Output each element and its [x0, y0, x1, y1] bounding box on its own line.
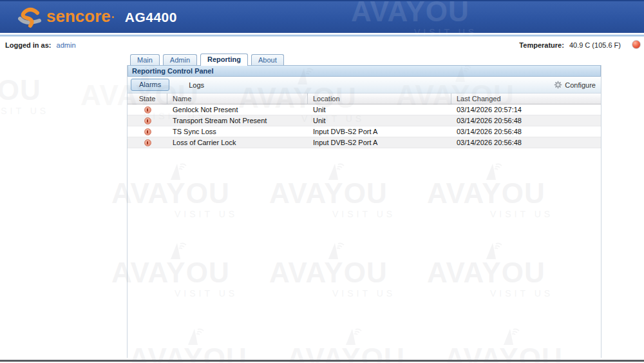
panel-title: Reporting Control Panel	[128, 65, 601, 77]
column-header-location[interactable]: Location	[308, 93, 451, 104]
watermark: AVAYOU VISIT US	[0, 59, 58, 116]
logged-in-username: admin	[57, 41, 76, 49]
watermark-subtext: VISIT US	[0, 106, 58, 116]
app-header: sencore AG4400	[0, 0, 644, 33]
alarm-location: Unit	[308, 117, 451, 124]
alarm-last-changed: 03/14/2026 20:56:48	[451, 128, 601, 135]
alarm-table-body: Genlock Not Present Unit 03/14/2026 20:5…	[128, 104, 601, 148]
tab-admin[interactable]: Admin	[163, 54, 197, 66]
tab-reporting[interactable]: Reporting	[200, 54, 248, 66]
alarm-location: Input DVB-S2 Port A	[308, 128, 451, 135]
status-indicator-icon	[632, 40, 641, 49]
alarm-last-changed: 03/14/2026 20:56:48	[451, 117, 601, 124]
logged-in-label: Logged in as:	[5, 41, 52, 49]
alarm-name: Transport Stream Not Present	[167, 117, 308, 124]
alarm-state-icon	[144, 117, 151, 124]
sencore-logo-icon	[18, 6, 41, 29]
subtab-logs[interactable]: Logs	[189, 81, 204, 89]
model-name: AG4400	[125, 10, 177, 25]
brand-name: sencore	[46, 6, 111, 26]
configure-label: Configure	[565, 81, 596, 89]
alarm-last-changed: 03/14/2026 20:56:48	[451, 139, 601, 146]
alarm-table-header: State Name Location Last Changed	[128, 93, 601, 104]
state-cell	[128, 139, 167, 146]
alarm-last-changed: 03/14/2026 20:57:14	[451, 106, 601, 113]
main-tab-bar: Main Admin Reporting About	[127, 53, 601, 65]
temperature-value: 40.9 C (105.6 F)	[569, 41, 621, 49]
table-row[interactable]: Genlock Not Present Unit 03/14/2026 20:5…	[128, 104, 601, 115]
panel-toolbar: Alarms Logs C	[128, 77, 601, 93]
column-header-last-changed[interactable]: Last Changed	[451, 93, 601, 104]
alarm-name: TS Sync Loss	[167, 128, 308, 135]
gear-icon	[554, 81, 562, 89]
brand-dot	[112, 16, 114, 18]
alarm-location: Input DVB-S2 Port A	[308, 139, 451, 146]
temperature-label: Temperature:	[519, 41, 564, 49]
alarm-state-icon	[144, 128, 151, 135]
tab-about[interactable]: About	[251, 54, 284, 66]
state-cell	[128, 128, 167, 135]
column-header-state[interactable]: State	[128, 93, 167, 104]
alarm-name: Genlock Not Present	[167, 106, 308, 113]
login-info: Logged in as: admin	[5, 41, 76, 49]
alarm-location: Unit	[308, 106, 451, 113]
state-cell	[128, 117, 167, 124]
tab-main[interactable]: Main	[130, 54, 160, 66]
reporting-panel: Reporting Control Panel Alarms Logs	[127, 65, 601, 358]
brand-logo-group: sencore AG4400	[18, 6, 177, 29]
alarm-state-icon	[144, 139, 151, 146]
table-row[interactable]: Loss of Carrier Lock Input DVB-S2 Port A…	[128, 137, 601, 148]
column-header-name[interactable]: Name	[167, 93, 308, 104]
alarm-state-icon	[144, 106, 151, 113]
header-accent-strip	[0, 34, 644, 37]
alarm-name: Loss of Carrier Lock	[167, 139, 308, 146]
subtab-alarms[interactable]: Alarms	[131, 79, 169, 91]
table-row[interactable]: TS Sync Loss Input DVB-S2 Port A 03/14/2…	[128, 126, 601, 137]
page-bottom-bar	[0, 360, 644, 362]
temperature-info: Temperature: 40.9 C (105.6 F)	[519, 41, 621, 49]
content-area: Main Admin Reporting About Reporting Con…	[127, 53, 601, 358]
state-cell	[128, 106, 167, 113]
configure-button[interactable]: Configure	[554, 81, 596, 89]
status-row: Logged in as: admin Temperature: 40.9 C …	[0, 40, 644, 53]
table-row[interactable]: Transport Stream Not Present Unit 03/14/…	[128, 115, 601, 126]
watermark-text: AVAYOU	[0, 76, 58, 104]
